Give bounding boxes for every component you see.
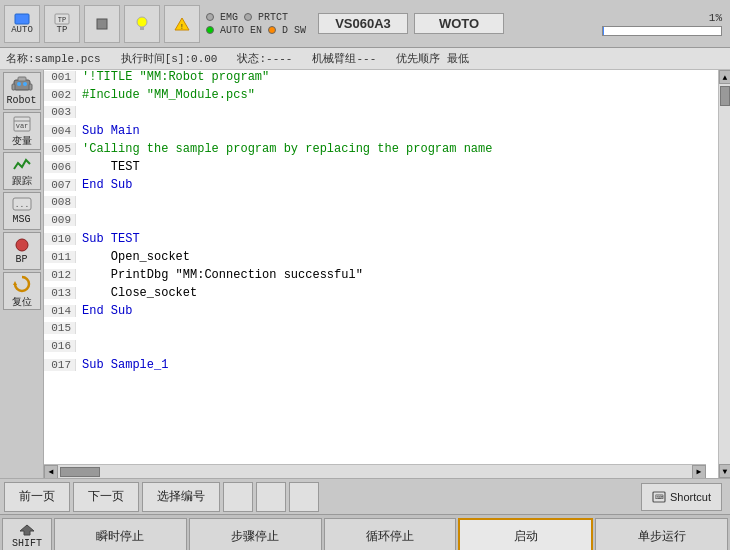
line-content[interactable]: 'Calling the sample program by replacing… [76, 142, 492, 156]
auto-mode-btn[interactable]: AUTO [4, 5, 40, 43]
scroll-down-btn[interactable]: ▼ [719, 464, 730, 478]
line-number: 001 [44, 71, 76, 83]
dsw-led [268, 26, 276, 34]
autoen-label: AUTO EN [220, 25, 262, 36]
sidebar-variable-label: 变量 [12, 134, 32, 148]
sidebar-item-variable[interactable]: var 变量 [3, 112, 41, 150]
mode-buttons-group: AUTO TP TP ! [4, 5, 200, 43]
line-content[interactable]: Sub TEST [76, 232, 140, 246]
shortcut-icon: ⌨ [652, 491, 666, 503]
svg-point-4 [137, 17, 147, 27]
shift-btn[interactable]: SHIFT [2, 518, 52, 551]
next-page-btn[interactable]: 下一页 [73, 482, 139, 512]
single-step-btn[interactable]: 单步运行 [595, 518, 728, 551]
progress-area: 1% [508, 12, 726, 36]
line-content[interactable]: #Include "MM_Module.pcs" [76, 88, 255, 102]
sidebar-reset-label: 复位 [12, 295, 32, 309]
v-scrollbar-thumb[interactable] [720, 86, 730, 106]
sidebar: Robot var 变量 跟踪 ... MSG [0, 70, 44, 478]
nav-button-row: 前一页 下一页 选择编号 ⌨ Shortcut [0, 478, 730, 514]
line-number: 017 [44, 359, 76, 371]
sidebar-item-trace[interactable]: 跟踪 [3, 152, 41, 190]
instant-stop-btn[interactable]: 瞬时停止 [54, 518, 187, 551]
sidebar-bp-label: BP [15, 254, 27, 265]
extra-btn1[interactable] [223, 482, 253, 512]
progress-pct: 1% [709, 12, 722, 24]
extra-btn2[interactable] [256, 482, 286, 512]
v-scrollbar: ▲ ▼ [718, 70, 730, 478]
status-panel: EMG PRTCT AUTO EN D SW [206, 12, 306, 36]
status-info: 状态:---- [237, 51, 292, 66]
exec-time: 执行时间[s]:0.00 [121, 51, 218, 66]
action-button-row: SHIFT 瞬时停止 步骤停止 循环停止 启动 单步运行 [0, 514, 730, 550]
svg-text:!: ! [180, 22, 185, 31]
emg-row: EMG PRTCT [206, 12, 306, 23]
loop-stop-btn[interactable]: 循环停止 [324, 518, 457, 551]
code-line: 013 Close_socket [44, 286, 718, 304]
line-number: 016 [44, 340, 76, 352]
line-number: 006 [44, 161, 76, 173]
extra-btn3[interactable] [289, 482, 319, 512]
code-line: 007End Sub [44, 178, 718, 196]
code-scroll[interactable]: 001'!TITLE "MM:Robot program"002#Include… [44, 70, 718, 478]
h-scrollbar-thumb[interactable] [60, 467, 100, 477]
line-number: 014 [44, 305, 76, 317]
code-line: 009 [44, 214, 718, 232]
svg-rect-11 [29, 84, 32, 90]
line-content[interactable]: PrintDbg "MM:Connection successful" [76, 268, 363, 282]
progress-fill [603, 27, 604, 35]
light-btn[interactable] [124, 5, 160, 43]
svg-point-12 [17, 82, 21, 86]
prev-page-btn[interactable]: 前一页 [4, 482, 70, 512]
code-line: 008 [44, 196, 718, 214]
line-number: 013 [44, 287, 76, 299]
line-content[interactable]: Open_socket [76, 250, 190, 264]
svg-marker-21 [13, 281, 17, 285]
select-line-btn[interactable]: 选择编号 [142, 482, 220, 512]
code-line: 002#Include "MM_Module.pcs" [44, 88, 718, 106]
line-content[interactable]: '!TITLE "MM:Robot program" [76, 70, 269, 84]
code-line: 004Sub Main [44, 124, 718, 142]
sidebar-item-robot[interactable]: Robot [3, 72, 41, 110]
code-line: 012 PrintDbg "MM:Connection successful" [44, 268, 718, 286]
line-number: 015 [44, 322, 76, 334]
sidebar-item-bp[interactable]: BP [3, 232, 41, 270]
code-line: 016 [44, 340, 718, 358]
info-bar: 名称:sample.pcs 执行时间[s]:0.00 状态:---- 机械臂组-… [0, 48, 730, 70]
tp-mode-btn[interactable]: TP TP [44, 5, 80, 43]
scroll-right-btn[interactable]: ▶ [692, 465, 706, 479]
code-line: 001'!TITLE "MM:Robot program" [44, 70, 718, 88]
line-content[interactable]: Sub Main [76, 124, 140, 138]
shortcut-btn[interactable]: ⌨ Shortcut [641, 483, 722, 511]
code-line: 011 Open_socket [44, 250, 718, 268]
line-content[interactable]: End Sub [76, 304, 132, 318]
emg-led [206, 13, 214, 21]
sidebar-item-msg[interactable]: ... MSG [3, 192, 41, 230]
scroll-up-btn[interactable]: ▲ [719, 70, 730, 84]
h-scrollbar[interactable]: ◀ ▶ [44, 464, 706, 478]
line-number: 007 [44, 179, 76, 191]
line-content[interactable]: End Sub [76, 178, 132, 192]
line-number: 003 [44, 106, 76, 118]
line-content[interactable]: Close_socket [76, 286, 197, 300]
robot-id-btn[interactable]: VS060A3 [318, 13, 408, 34]
warning-btn[interactable]: ! [164, 5, 200, 43]
step-stop-btn[interactable]: 步骤停止 [189, 518, 322, 551]
line-content[interactable]: TEST [76, 160, 140, 174]
dsw-label: D SW [282, 25, 306, 36]
scroll-left-btn[interactable]: ◀ [44, 465, 58, 479]
svg-rect-0 [15, 14, 29, 24]
line-content[interactable]: Sub Sample_1 [76, 358, 168, 372]
program-id-btn[interactable]: WOTO [414, 13, 504, 34]
sidebar-item-reset[interactable]: 复位 [3, 272, 41, 310]
stop-btn[interactable] [84, 5, 120, 43]
svg-text:TP: TP [58, 16, 66, 24]
sidebar-robot-label: Robot [6, 95, 36, 106]
tp-label: TP [57, 25, 68, 35]
svg-marker-24 [20, 525, 34, 535]
shortcut-area: ⌨ Shortcut [322, 483, 726, 511]
line-number: 002 [44, 89, 76, 101]
svg-point-13 [23, 82, 27, 86]
start-btn[interactable]: 启动 [458, 518, 593, 551]
code-line: 017Sub Sample_1 [44, 358, 718, 376]
